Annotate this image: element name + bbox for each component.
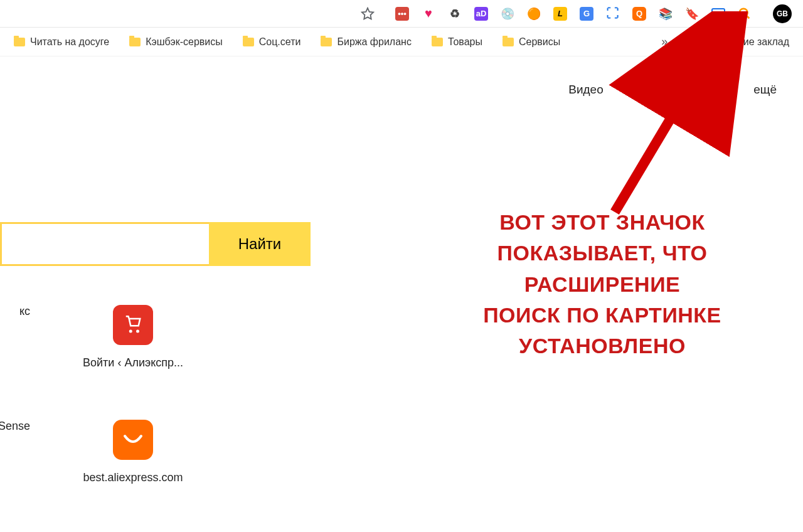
tile-partial[interactable]: ISense xyxy=(0,420,30,484)
stack-ext-icon[interactable]: 📚 xyxy=(659,7,673,21)
folder-icon xyxy=(503,38,514,46)
orange-q-ext-icon[interactable]: Q xyxy=(632,7,646,21)
search-input[interactable] xyxy=(0,222,209,266)
divider xyxy=(686,35,687,50)
tile-label: Войти ‹ Алиэкспр... xyxy=(83,356,183,370)
bookmark-label: Другие заклад xyxy=(722,36,789,48)
tile-label: best.aliexpress.com xyxy=(83,471,183,484)
tile-row: ISense best.aliexpress.com xyxy=(0,420,196,484)
bookmark-label: Биржа фриланс xyxy=(337,36,411,48)
tile-label: кс xyxy=(19,305,30,318)
folder-icon xyxy=(432,38,443,46)
bookmark-folder[interactable]: Товары xyxy=(424,34,490,50)
bookmark-label: Читать на досуге xyxy=(30,36,109,48)
bookmark-ext-icon[interactable]: 🔖 xyxy=(685,7,699,21)
disk-ext-icon[interactable]: 💿 xyxy=(501,7,514,21)
nav-more[interactable]: ещё xyxy=(753,83,777,97)
bookmark-label: Товары xyxy=(448,36,482,48)
bookmark-label: Кэшбэк-сервисы xyxy=(146,36,223,48)
bookmark-folder[interactable]: Соц.сети xyxy=(235,34,309,50)
crop-ext-icon[interactable]: ⛶ xyxy=(606,7,620,21)
folder-icon xyxy=(706,38,717,46)
letter-l-ext-icon[interactable]: L xyxy=(553,7,567,21)
heart-ext-icon[interactable]: ♥ xyxy=(422,7,435,21)
tile-label: ISense xyxy=(0,420,30,433)
annotation-line: ВОТ ЭТОТ ЗНАЧОК xyxy=(427,207,778,238)
nav-news[interactable]: Новости xyxy=(688,83,734,97)
folder-icon xyxy=(321,38,332,46)
svg-line-2 xyxy=(747,15,750,18)
tile-partial[interactable]: кс xyxy=(0,305,30,370)
folder-icon xyxy=(243,38,254,46)
nav-images[interactable]: Картинк xyxy=(624,83,667,97)
bookmark-folder[interactable]: Читать на досуге xyxy=(6,34,117,50)
swirl-ext-icon[interactable]: 🟠 xyxy=(527,7,541,21)
annotation-line: ПОКАЗЫВАЕТ, ЧТО xyxy=(427,238,778,269)
aliexpress-smile-icon xyxy=(113,420,153,460)
bookmark-bar: Читать на досуге Кэшбэк-сервисы Соц.сети… xyxy=(0,28,803,56)
bookmark-label: Соц.сети xyxy=(259,36,301,48)
recycle-ext-icon[interactable]: ♻ xyxy=(448,7,462,21)
search-bar: Найти xyxy=(0,222,311,266)
nav-video[interactable]: Видео xyxy=(568,83,604,97)
svg-marker-0 xyxy=(362,8,373,18)
speed-dial-tiles: кс Войти ‹ Алиэкспр... ISense best.aliex… xyxy=(0,305,196,484)
bookmark-overflow[interactable]: » xyxy=(654,35,675,48)
extension-icons: ••• ♥ ♻ aD 💿 🟠 L G ⛶ Q 📚 🔖 xyxy=(395,7,752,21)
folder-icon xyxy=(129,38,141,46)
search-button[interactable]: Найти xyxy=(209,222,311,266)
folder-icon xyxy=(14,38,25,46)
page-nav-tabs: Видео Картинк Новости ещё xyxy=(0,56,803,97)
browser-toolbar: ••• ♥ ♻ aD 💿 🟠 L G ⛶ Q 📚 🔖 GB xyxy=(0,0,803,28)
card-ext-icon[interactable] xyxy=(711,8,725,19)
google-translate-ext-icon[interactable]: G xyxy=(580,7,593,21)
bookmark-folder[interactable]: Сервисы xyxy=(495,34,568,50)
image-search-ext-icon[interactable] xyxy=(738,7,752,21)
dots-ext-icon[interactable]: ••• xyxy=(395,7,409,21)
profile-avatar[interactable]: GB xyxy=(773,4,792,23)
annotation-text: ВОТ ЭТОТ ЗНАЧОК ПОКАЗЫВАЕТ, ЧТО РАСШИРЕН… xyxy=(427,207,778,361)
annotation-line: РАСШИРЕНИЕ xyxy=(427,269,778,300)
adblock-ext-icon[interactable]: aD xyxy=(474,7,488,21)
bookmark-folder[interactable]: Биржа фриланс xyxy=(313,34,418,50)
tile-aliexpress-login[interactable]: Войти ‹ Алиэкспр... xyxy=(70,305,196,370)
tile-best-aliexpress[interactable]: best.aliexpress.com xyxy=(70,420,196,484)
bookmark-label: Сервисы xyxy=(519,36,560,48)
annotation-line: УСТАНОВЛЕНО xyxy=(427,331,778,361)
tile-row: кс Войти ‹ Алиэкспр... xyxy=(0,305,196,370)
aliexpress-cart-icon xyxy=(113,305,153,345)
other-bookmarks[interactable]: Другие заклад xyxy=(698,34,797,50)
annotation-line: ПОИСК ПО КАРТИНКЕ xyxy=(427,300,778,331)
svg-point-1 xyxy=(740,8,748,16)
bookmark-star-icon[interactable] xyxy=(360,6,375,21)
bookmark-folder[interactable]: Кэшбэк-сервисы xyxy=(122,34,230,50)
